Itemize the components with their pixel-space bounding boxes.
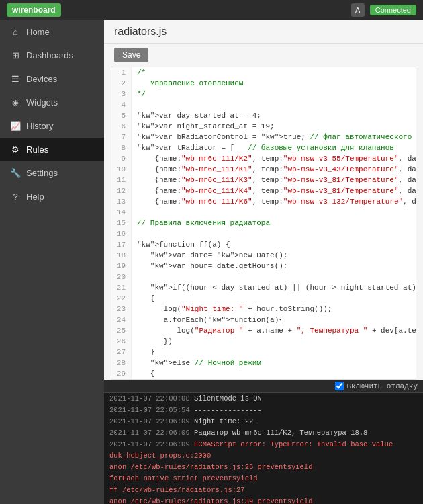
sidebar-label-settings: Settings	[26, 168, 58, 178]
code-line-26: 26 })	[111, 336, 416, 347]
line-code: {name:"wb-mr6c_111/K6", temp:"wb-msw-v3_…	[132, 196, 416, 207]
code-line-27: 27 }	[111, 347, 416, 358]
sidebar-item-history[interactable]: 📈History	[0, 114, 104, 138]
sidebar-item-widgets[interactable]: ◈Widgets	[0, 91, 104, 114]
line-code: {name:"wb-mr6c_111/K4", temp:"wb-msw-v3_…	[132, 185, 416, 196]
connected-button[interactable]: Connected	[370, 5, 416, 15]
line-code: /*	[132, 67, 146, 78]
log-message: Радиатор wb-mr6c_111/K2, Температура 18.…	[194, 429, 367, 437]
line-code	[132, 207, 137, 218]
log-entry: anon /etc/wb-rules/radiators.js:39 preve…	[104, 496, 423, 504]
debug-label[interactable]: Включить отладку	[335, 382, 418, 390]
log-message: SilentMode is ON	[194, 394, 262, 403]
code-line-17: 17"kw">function ff(a) {	[111, 239, 416, 250]
log-entry: ff /etc/wb-rules/radiators.js:27	[104, 485, 423, 496]
line-number: 27	[111, 347, 132, 358]
sidebar-label-rules: Rules	[26, 144, 48, 155]
line-code: "kw">var day_started_at = 4;	[132, 110, 261, 121]
line-number: 1	[111, 67, 132, 78]
log-time: 2021-11-07 22:05:54	[109, 406, 190, 414]
code-editor[interactable]: 1/*2 Управление отоплением3*/45"kw">var …	[111, 67, 416, 380]
code-line-18: 18 "kw">var date= "kw">new Date();	[111, 250, 416, 261]
code-line-1: 1/*	[111, 67, 416, 78]
code-line-3: 3*/	[111, 89, 416, 99]
line-number: 13	[111, 196, 132, 207]
code-line-9: 9 {name:"wb-mr6c_111/K2", temp:"wb-msw-v…	[111, 153, 416, 164]
home-icon: ⌂	[10, 27, 21, 37]
editor-toolbar: Save	[104, 44, 423, 67]
code-line-21: 21 "kw">if((hour < day_started_at) || (h…	[111, 282, 416, 293]
sidebar-item-dashboards[interactable]: ⊞Dashboards	[0, 44, 104, 67]
line-number: 21	[111, 282, 132, 293]
log-entry: 2021-11-07 22:05:54 ----------------	[104, 405, 423, 416]
line-code: "kw">var hour= date.getHours();	[132, 261, 287, 271]
line-code: })	[132, 336, 173, 347]
file-title: radiators.js	[114, 26, 167, 37]
editor-header: radiators.js	[104, 20, 423, 44]
log-entry: forEach native strict preventsyield	[104, 473, 423, 485]
sidebar-item-devices[interactable]: ☰Devices	[0, 67, 104, 91]
user-button[interactable]: A	[351, 3, 365, 17]
code-line-2: 2 Управление отоплением	[111, 78, 416, 89]
widgets-icon: ◈	[10, 97, 21, 108]
line-number: 28	[111, 358, 132, 368]
log-message: forEach native strict preventsyield	[109, 474, 258, 482]
log-message: ----------------	[194, 406, 262, 414]
line-code: {name:"wb-mr6c_111/K2", temp:"wb-msw-v3_…	[132, 153, 416, 164]
sidebar-item-help[interactable]: ?Help	[0, 185, 104, 208]
log-message: Night time: 22	[194, 417, 253, 425]
line-number: 20	[111, 271, 132, 282]
line-code: "kw">var night_started_at = 19;	[132, 121, 275, 132]
line-number: 10	[111, 164, 132, 175]
code-line-10: 10 {name:"wb-mr6c_111/K1", temp:"wb-msw-…	[111, 164, 416, 175]
line-code: "kw">if((hour < day_started_at) || (hour…	[132, 282, 416, 293]
code-line-24: 24 a.forEach("kw">function(a){	[111, 314, 416, 325]
app-header: wirenboard A Connected	[0, 0, 423, 20]
sidebar-label-dashboards: Dashboards	[26, 50, 73, 60]
log-message: ECMAScript error: TypeError: Invalid bas…	[194, 440, 393, 448]
code-line-19: 19 "kw">var hour= date.getHours();	[111, 261, 416, 271]
line-number: 7	[111, 132, 132, 142]
sidebar-item-home[interactable]: ⌂Home	[0, 20, 104, 44]
devices-icon: ☰	[10, 74, 21, 84]
line-number: 24	[111, 314, 132, 325]
code-line-23: 23 log("Night time: " + hour.toString())…	[111, 304, 416, 314]
code-line-29: 29 {	[111, 368, 416, 379]
history-icon: 📈	[10, 121, 21, 131]
log-toolbar: Включить отладку	[104, 380, 423, 393]
log-lines: 2021-11-07 22:00:08 SilentMode is ON2021…	[104, 393, 423, 504]
code-line-6: 6"kw">var night_started_at = 19;	[111, 121, 416, 132]
log-entry: duk_hobject_props.c:2000	[104, 450, 423, 462]
line-number: 18	[111, 250, 132, 261]
save-button[interactable]: Save	[114, 48, 148, 62]
log-message: anon /etc/wb-rules/radiators.js:39 preve…	[109, 497, 312, 504]
line-code: a.forEach("kw">function(a){	[132, 314, 283, 325]
code-line-25: 25 log("Радиатор " + a.name + ", Темпера…	[111, 325, 416, 336]
line-number: 23	[111, 304, 132, 314]
rules-icon: ⚙	[10, 144, 21, 155]
log-entry: anon /etc/wb-rules/radiators.js:25 preve…	[104, 462, 423, 473]
header-actions: A Connected	[351, 3, 416, 17]
line-code: "kw">else // Ночной режим	[132, 358, 261, 368]
code-line-22: 22 {	[111, 293, 416, 304]
line-number: 25	[111, 325, 132, 336]
sidebar-item-settings[interactable]: 🔧Settings	[0, 161, 104, 185]
code-line-5: 5"kw">var day_started_at = 4;	[111, 110, 416, 121]
line-number: 19	[111, 261, 132, 271]
code-line-13: 13 {name:"wb-mr6c_111/K6", temp:"wb-msw-…	[111, 196, 416, 207]
line-number: 29	[111, 368, 132, 379]
line-number: 8	[111, 142, 132, 153]
code-content[interactable]: 1/*2 Управление отоплением3*/45"kw">var …	[111, 67, 416, 379]
debug-checkbox[interactable]	[335, 382, 344, 390]
sidebar-item-rules[interactable]: ⚙Rules	[0, 138, 104, 161]
line-code: log("Радиатор " + a.name + ", Температур…	[132, 325, 416, 336]
line-number: 12	[111, 185, 132, 196]
line-number: 26	[111, 336, 132, 347]
line-number: 17	[111, 239, 132, 250]
debug-text: Включить отладку	[346, 382, 418, 390]
log-entry: 2021-11-07 22:06:09 Радиатор wb-mr6c_111…	[104, 427, 423, 439]
line-number: 22	[111, 293, 132, 304]
sidebar-label-home: Home	[26, 27, 50, 37]
content-area: radiators.js Save 1/*2 Управление отопле…	[104, 20, 423, 504]
help-icon: ?	[10, 192, 21, 202]
